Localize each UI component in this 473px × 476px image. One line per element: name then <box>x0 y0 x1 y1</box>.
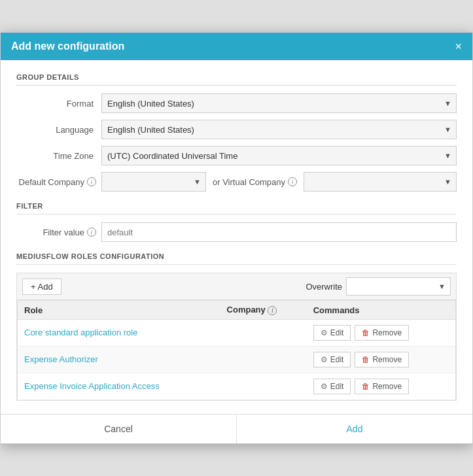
modal-title: Add new configuration <box>11 41 124 52</box>
company-cell <box>220 319 307 346</box>
timezone-group: Time Zone (UTC) Coordinated Universal Ti… <box>16 146 457 165</box>
filter-value-label: Filter value <box>43 228 84 237</box>
gear-icon: ⚙ <box>321 355 328 364</box>
default-company-label-wrapper: Default Company i <box>16 177 101 187</box>
timezone-select[interactable]: (UTC) Coordinated Universal Time <box>101 146 457 165</box>
default-company-select-wrapper: ▼ <box>101 172 206 192</box>
filter-label-wrapper: Filter value i <box>16 228 101 237</box>
company-header-info-icon[interactable]: i <box>268 306 277 315</box>
remove-button-2[interactable]: 🗑 Remove <box>355 379 409 394</box>
timezone-label: Time Zone <box>16 151 101 161</box>
language-label: Language <box>16 125 101 135</box>
role-cell: Expense Authorizer <box>18 346 220 373</box>
overwrite-select-wrapper: ▼ <box>346 277 451 296</box>
format-label: Format <box>16 99 101 109</box>
roles-table-wrapper: Role Company i Commands Core standard ap… <box>16 299 457 401</box>
group-details-title: GROUP DETAILS <box>16 73 457 86</box>
format-select[interactable]: English (United States) <box>101 94 457 113</box>
format-group: Format English (United States) ▼ <box>16 94 457 113</box>
cancel-button[interactable]: Cancel <box>1 415 237 443</box>
commands-column-header: Commands <box>307 301 456 320</box>
or-virtual-label: or Virtual Company <box>213 177 285 187</box>
role-cell: Core standard application role <box>18 319 220 346</box>
gear-icon: ⚙ <box>321 328 328 337</box>
remove-label-0: Remove <box>372 328 402 337</box>
role-link[interactable]: Core standard application role <box>24 328 137 337</box>
trash-icon: 🗑 <box>362 382 370 391</box>
company-cell <box>220 373 307 400</box>
company-row: Default Company i ▼ or Virtual Company i… <box>16 172 457 192</box>
gear-icon: ⚙ <box>321 382 328 391</box>
company-column-header: Company i <box>220 301 307 320</box>
cmd-cell: ⚙ Edit 🗑 Remove <box>313 352 449 367</box>
edit-button-1[interactable]: ⚙ Edit <box>313 352 351 367</box>
filter-info-icon[interactable]: i <box>87 228 96 237</box>
default-company-info-icon[interactable]: i <box>87 177 96 186</box>
cmd-cell: ⚙ Edit 🗑 Remove <box>313 379 449 394</box>
role-cell: Expense Invoice Application Access <box>18 373 220 400</box>
language-group: Language English (United States) ▼ <box>16 120 457 139</box>
overwrite-wrapper: Overwrite ▼ <box>306 277 451 296</box>
or-virtual-label-wrapper: or Virtual Company i <box>206 177 304 187</box>
filter-section: FILTER Filter value i <box>16 202 457 242</box>
trash-icon: 🗑 <box>362 355 370 364</box>
virtual-company-select[interactable] <box>304 172 457 192</box>
filter-title: FILTER <box>16 202 457 214</box>
edit-label-1: Edit <box>330 355 344 364</box>
roles-toolbar: + Add Overwrite ▼ <box>16 273 457 299</box>
edit-button-0[interactable]: ⚙ Edit <box>313 325 351 341</box>
remove-button-1[interactable]: 🗑 Remove <box>355 352 409 367</box>
table-row: Core standard application role ⚙ Edit <box>18 319 456 346</box>
virtual-company-info-icon[interactable]: i <box>288 177 297 186</box>
roles-section: MEDIUSFLOW ROLES CONFIGURATION + Add Ove… <box>16 252 457 401</box>
add-role-button[interactable]: + Add <box>22 279 61 295</box>
roles-table-head: Role Company i Commands <box>18 301 456 320</box>
language-select-wrapper: English (United States) ▼ <box>101 120 457 139</box>
format-select-wrapper: English (United States) ▼ <box>101 94 457 113</box>
role-link[interactable]: Expense Invoice Application Access <box>24 381 160 391</box>
edit-label-2: Edit <box>330 382 344 391</box>
timezone-select-wrapper: (UTC) Coordinated Universal Time ▼ <box>101 146 457 165</box>
company-cell <box>220 346 307 373</box>
role-link[interactable]: Expense Authorizer <box>24 354 98 364</box>
filter-input[interactable] <box>101 222 457 242</box>
commands-cell: ⚙ Edit 🗑 Remove <box>307 373 456 400</box>
modal-header: Add new configuration × <box>1 33 472 60</box>
roles-title: MEDIUSFLOW ROLES CONFIGURATION <box>16 252 457 265</box>
table-row: Expense Authorizer ⚙ Edit <box>18 346 456 373</box>
modal-body: GROUP DETAILS Format English (United Sta… <box>1 60 472 414</box>
roles-table-body: Core standard application role ⚙ Edit <box>18 319 456 400</box>
remove-label-2: Remove <box>372 382 402 391</box>
default-company-select[interactable] <box>101 172 206 192</box>
modal-container: Add new configuration × GROUP DETAILS Fo… <box>0 32 473 444</box>
trash-icon: 🗑 <box>362 328 370 337</box>
overwrite-select[interactable] <box>346 277 451 296</box>
cmd-cell: ⚙ Edit 🗑 Remove <box>313 325 449 341</box>
roles-table-header-row: Role Company i Commands <box>18 301 456 320</box>
edit-label-0: Edit <box>330 328 344 337</box>
language-select[interactable]: English (United States) <box>101 120 457 139</box>
role-column-header: Role <box>18 301 220 320</box>
overwrite-label: Overwrite <box>306 282 342 292</box>
roles-table: Role Company i Commands Core standard ap… <box>17 300 456 400</box>
add-button[interactable]: Add <box>237 415 472 443</box>
virtual-company-select-wrapper: ▼ <box>304 172 457 192</box>
table-row: Expense Invoice Application Access ⚙ Edi… <box>18 373 456 400</box>
modal-footer: Cancel Add <box>1 414 472 443</box>
close-button[interactable]: × <box>455 41 462 52</box>
edit-button-2[interactable]: ⚙ Edit <box>313 379 351 394</box>
remove-label-1: Remove <box>372 355 402 364</box>
remove-button-0[interactable]: 🗑 Remove <box>355 325 409 341</box>
commands-cell: ⚙ Edit 🗑 Remove <box>307 346 456 373</box>
filter-row: Filter value i <box>16 222 457 242</box>
default-company-label: Default Company <box>19 177 84 187</box>
commands-cell: ⚙ Edit 🗑 Remove <box>307 319 456 346</box>
